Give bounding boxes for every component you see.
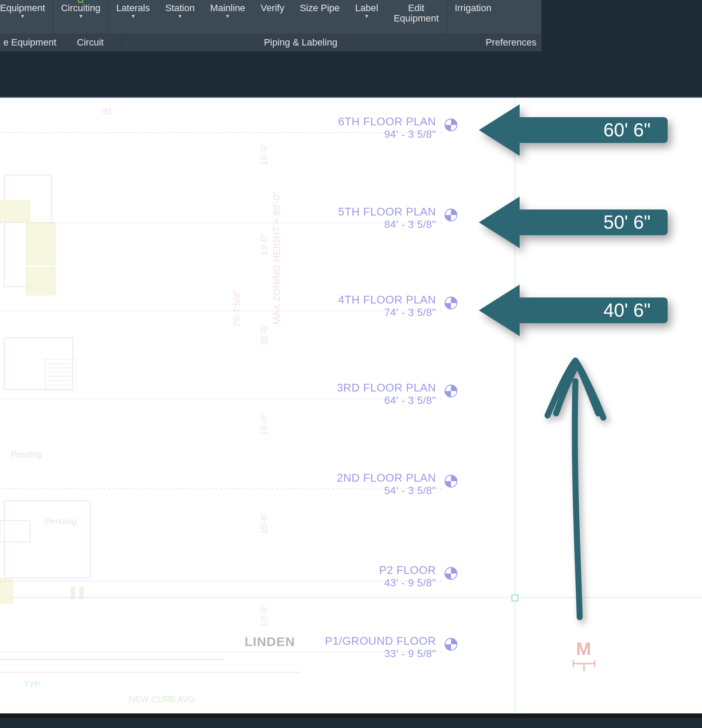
ribbon-item-sublabel: Equipment (393, 13, 439, 24)
dimension-callout: 40' 6" (479, 282, 668, 338)
floor-elevation: 94' - 3 5/8" (338, 128, 436, 140)
elevation-marker-icon (445, 297, 457, 309)
svg-rect-12 (71, 586, 75, 599)
floor-plan-label: 2ND FLOOR PLAN54' - 3 5/8" (337, 471, 436, 497)
ribbon-group-label: e Equipment (3, 37, 57, 48)
ribbon-toolbar: Equipment ▾ Circuiting ▾ Laterals ▾ Stat… (0, 0, 542, 52)
dropdown-caret-icon: ▾ (226, 14, 229, 18)
floor-plan-label: P1/GROUND FLOOR33' - 9 5/8" (325, 634, 436, 660)
floor-level-line (0, 581, 442, 582)
floor-name: 3RD FLOOR PLAN (337, 381, 436, 394)
dropdown-caret-icon: ▾ (365, 14, 368, 18)
dropdown-caret-icon: ▾ (21, 14, 24, 18)
spacing-label: 10'-0" (259, 605, 269, 627)
dropdown-caret-icon: ▾ (79, 14, 82, 18)
street-label: LINDEN (245, 634, 295, 649)
floor-elevation: 64' - 3 5/8" (337, 394, 436, 406)
elevation-marker-icon (445, 209, 457, 221)
ribbon-item-verify[interactable]: Verify (253, 0, 292, 29)
elevation-marker-icon (445, 118, 457, 131)
spacing-label: 10'-0" (259, 143, 269, 165)
ribbon-item-laterals[interactable]: Laterals ▾ (109, 0, 157, 29)
spacing-label: 10'-0" (259, 414, 269, 436)
floor-name: 6TH FLOOR PLAN (338, 115, 436, 128)
ribbon-item-size-pipe[interactable]: Size Pipe (292, 0, 348, 29)
dimension-callout: 60' 6" (479, 102, 668, 158)
floor-name: 4TH FLOOR PLAN (338, 293, 436, 306)
floor-elevation: 43' - 9 5/8" (379, 577, 436, 589)
dimension-callout: 50' 6" (479, 194, 668, 250)
ribbon-group-piping-labeling: Piping & Labeling (121, 33, 481, 52)
floor-name: P1/GROUND FLOOR (325, 634, 436, 647)
svg-rect-9 (26, 267, 56, 295)
floor-elevation: 74' - 3 5/8" (338, 306, 436, 318)
top-dim-label: 81 (103, 106, 112, 116)
ribbon-item-label: Verify (261, 3, 284, 14)
spacing-label: 10'-0" (259, 234, 269, 255)
svg-rect-13 (79, 586, 84, 599)
callout-value: 40' 6" (603, 300, 651, 321)
ribbon-group-label: Piping & Labeling (264, 37, 337, 48)
svg-rect-8 (26, 222, 56, 265)
column-letter: M (571, 639, 597, 659)
floor-elevation: 84' - 3 5/8" (338, 218, 436, 231)
drawing-canvas[interactable]: 10'-0" 10'-0" 10'-0" 10'-0" 10'-6" 10'-0… (0, 97, 702, 718)
hand-drawn-arrow-icon (539, 355, 612, 622)
ribbon-group-label: Preferences (486, 37, 537, 48)
spacing-label: 10'-6" (259, 513, 269, 534)
elevation-marker-icon (445, 567, 457, 580)
grid-grip-handle[interactable] (511, 595, 518, 601)
zoning-height-label: MAX ZONING HEIGHT = 80'-0" (271, 191, 282, 324)
dropdown-caret-icon: ▾ (132, 14, 135, 18)
floor-plan-label: 5TH FLOOR PLAN84' - 3 5/8" (338, 205, 436, 231)
floor-elevation: 33' - 9 5/8" (325, 648, 436, 660)
floor-plan-label: P2 FLOOR43' - 9 5/8" (379, 564, 436, 589)
elevation-marker-icon (445, 385, 457, 397)
svg-rect-14 (45, 359, 76, 390)
ribbon-item-label[interactable]: Label ▾ (348, 0, 386, 29)
floor-plan-label: 3RD FLOOR PLAN64' - 3 5/8" (337, 381, 436, 406)
ribbon-item-edit-equipment[interactable]: Edit Equipment (386, 0, 446, 29)
column-grid-marker: M (571, 639, 597, 672)
pending-label: Pending (11, 450, 42, 460)
floor-name: 5TH FLOOR PLAN (338, 205, 436, 218)
ribbon-item-station[interactable]: Station ▾ (157, 0, 203, 29)
svg-rect-10 (0, 578, 13, 604)
ribbon-group-label: Circuit (77, 37, 103, 48)
ribbon-item-mainline[interactable]: Mainline ▾ (203, 0, 253, 29)
ribbon-group-preferences: Preferences (481, 33, 542, 52)
elevation-marker-icon (445, 475, 457, 488)
ribbon-item-label: Irrigation (455, 3, 492, 14)
floor-plan-label: 6TH FLOOR PLAN94' - 3 5/8" (338, 115, 436, 140)
svg-rect-4 (4, 501, 90, 578)
floor-name: P2 FLOOR (379, 564, 436, 576)
pending-label: Pending (45, 516, 76, 526)
curb-label: NEW CURB AVG (129, 695, 195, 704)
dimension-label: 79'-7 5/8" (232, 291, 242, 327)
spacing-label: 10'-0" (259, 324, 269, 346)
ribbon-item-label: Edit (408, 3, 424, 14)
callout-value: 50' 6" (603, 212, 651, 233)
ribbon-group-circuit: Circuit (60, 33, 121, 52)
ribbon-item-equipment[interactable]: Equipment ▾ (0, 0, 53, 29)
floor-name: 2ND FLOOR PLAN (337, 471, 436, 484)
floor-elevation: 54' - 3 5/8" (337, 485, 436, 497)
dropdown-caret-icon: ▾ (179, 14, 182, 18)
ribbon-group-equipment: e Equipment (0, 33, 60, 52)
ribbon-items-row: Equipment ▾ Circuiting ▾ Laterals ▾ Stat… (0, 0, 542, 33)
typ-label: TYP. (24, 679, 42, 689)
svg-rect-7 (0, 201, 30, 222)
ribbon-item-circuiting[interactable]: Circuiting ▾ (53, 0, 108, 29)
floor-plan-label: 4TH FLOOR PLAN74' - 3 5/8" (338, 293, 436, 318)
ribbon-item-label: Size Pipe (300, 3, 340, 14)
elevation-marker-icon (445, 638, 457, 651)
ribbon-item-irrigation[interactable]: Irrigation (447, 0, 499, 29)
callout-value: 60' 6" (603, 119, 651, 141)
ribbon-groups-row: e Equipment Circuit Piping & Labeling Pr… (0, 33, 542, 52)
circuiting-icon (73, 0, 89, 3)
